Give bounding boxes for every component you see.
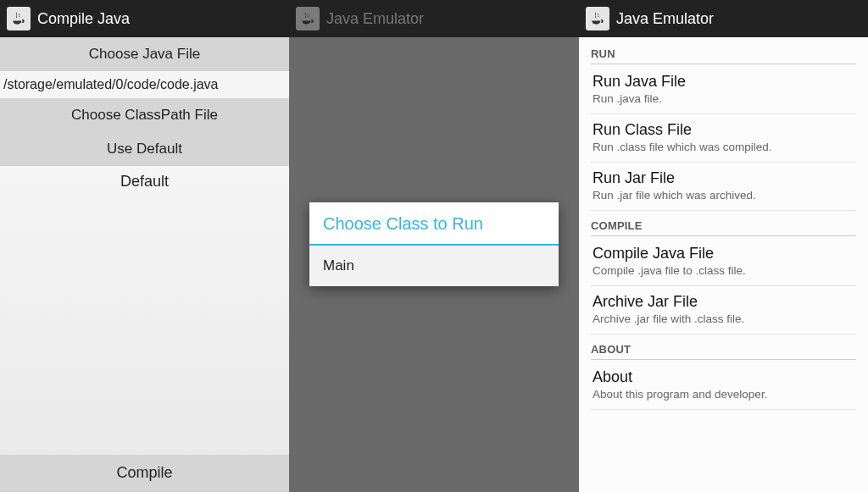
actionbar: Java Emulator [579, 0, 868, 37]
menu-item[interactable]: Run Jar FileRun .jar file which was arch… [591, 163, 856, 211]
dialog-title: Choose Class to Run [309, 202, 559, 246]
menu-item-title: Archive Jar File [593, 293, 854, 311]
menu-item-title: Compile Java File [593, 245, 854, 263]
actionbar-title: Compile Java [37, 10, 130, 28]
menu-item[interactable]: Archive Jar FileArchive .jar file with .… [591, 286, 856, 334]
menu-item-title: Run Java File [593, 73, 854, 91]
use-default-button[interactable]: Use Default [0, 132, 289, 166]
menu-item-subtitle: Run .jar file which was archived. [593, 189, 854, 202]
java-icon [586, 7, 609, 30]
compile-panel: Choose Java File /storage/emulated/0/cod… [0, 37, 289, 492]
menu-item[interactable]: Run Java FileRun .java file. [591, 66, 856, 114]
menu-item[interactable]: AboutAbout this program and developer. [591, 362, 856, 410]
menu-item-title: Run Jar File [593, 169, 854, 187]
choose-class-dialog: Choose Class to Run Main [309, 202, 559, 286]
screen-main-menu: Java Emulator RUNRun Java FileRun .java … [579, 0, 868, 492]
screen-choose-class: Java Emulator Choose Class to Run Main [289, 0, 579, 492]
actionbar: Java Emulator [289, 0, 579, 37]
menu-item-subtitle: Run .java file. [593, 92, 854, 105]
compile-button[interactable]: Compile [0, 455, 289, 492]
section-header: RUN [591, 39, 856, 64]
java-icon [7, 7, 31, 30]
menu-item-subtitle: About this program and developer. [593, 388, 854, 401]
section-header: COMPILE [591, 211, 856, 236]
actionbar-title: Java Emulator [326, 10, 424, 28]
choose-classpath-file-button[interactable]: Choose ClassPath File [0, 98, 289, 132]
menu-item-subtitle: Archive .jar file with .class file. [593, 312, 854, 325]
section-header: ABOUT [591, 334, 856, 360]
classpath-default-label: Default [0, 166, 289, 197]
actionbar: Compile Java [0, 0, 289, 37]
menu-item[interactable]: Compile Java FileCompile .java file to .… [591, 238, 856, 286]
menu-item-title: About [593, 368, 854, 386]
screen-compile-java: Compile Java Choose Java File /storage/e… [0, 0, 289, 492]
menu-item[interactable]: Run Class FileRun .class file which was … [591, 114, 856, 163]
menu-item-subtitle: Run .class file which was compiled. [593, 141, 854, 153]
java-file-path: /storage/emulated/0/code/code.java [0, 71, 289, 98]
menu-item-title: Run Class File [593, 121, 854, 139]
java-icon [296, 7, 320, 30]
menu-item-subtitle: Compile .java file to .class file. [593, 264, 854, 277]
menu-list: RUNRun Java FileRun .java file.Run Class… [579, 37, 868, 492]
dialog-backdrop[interactable]: Choose Class to Run Main [289, 37, 579, 492]
actionbar-title: Java Emulator [616, 10, 714, 28]
choose-java-file-button[interactable]: Choose Java File [0, 37, 289, 71]
dialog-option[interactable]: Main [309, 246, 559, 286]
